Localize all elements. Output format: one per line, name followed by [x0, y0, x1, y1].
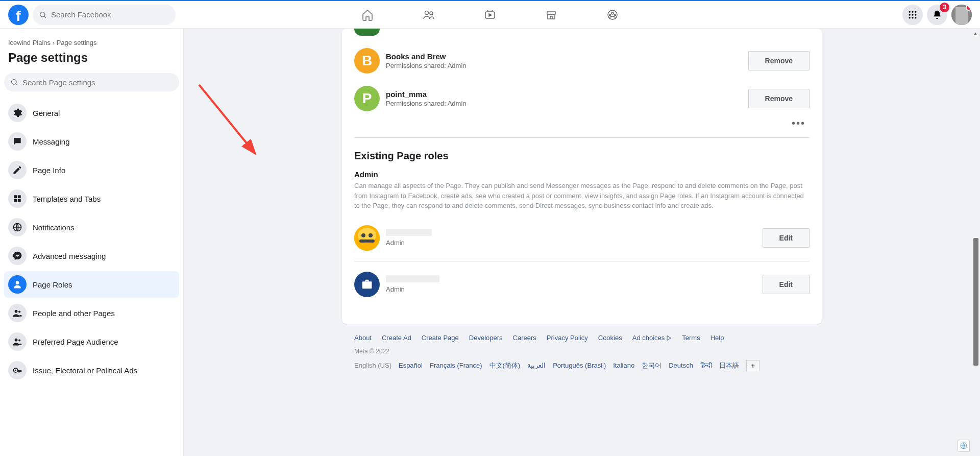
chat-icon: [12, 136, 22, 147]
sidebar-item-page-roles[interactable]: Page Roles: [4, 271, 179, 298]
sidebar-item-label: Page Roles: [33, 280, 72, 289]
globe-corner-icon[interactable]: [958, 440, 970, 452]
app-avatar: P: [354, 86, 380, 111]
settings-search[interactable]: [4, 73, 179, 91]
svg-point-28: [15, 310, 18, 313]
svg-line-35: [199, 85, 255, 154]
more-menu-icon[interactable]: •••: [354, 117, 810, 133]
lang-link[interactable]: Español: [399, 362, 423, 369]
globe-icon: [12, 222, 22, 232]
footer-link[interactable]: Cookies: [598, 334, 622, 342]
lang-more-button[interactable]: +: [746, 360, 760, 371]
sidebar-item-label: Advanced messaging: [33, 252, 106, 260]
notification-badge: 3: [940, 3, 949, 12]
sidebar-item-audience[interactable]: Preferred Page Audience: [4, 328, 179, 355]
edit-button[interactable]: Edit: [763, 228, 810, 248]
footer-link[interactable]: Terms: [682, 334, 700, 342]
people-icon: [12, 308, 22, 318]
lang-link[interactable]: 日本語: [719, 361, 739, 370]
sidebar-item-people[interactable]: People and other Pages: [4, 300, 179, 326]
sidebar-item-label: People and other Pages: [33, 309, 115, 318]
page-title: Page settings: [4, 49, 179, 73]
notifications-button[interactable]: 3: [927, 5, 947, 25]
footer: About Create Ad Create Page Developers C…: [342, 334, 822, 371]
user-role: Admin: [386, 239, 763, 247]
footer-link[interactable]: Developers: [469, 334, 503, 342]
adchoices-icon: [666, 335, 672, 341]
scrollbar-thumb[interactable]: [973, 238, 978, 366]
groups-icon: [606, 9, 619, 21]
sidebar-item-political-ads[interactable]: Issue, Electoral or Political Ads: [4, 357, 179, 383]
svg-point-12: [909, 14, 911, 15]
sidebar-item-general[interactable]: General: [4, 100, 179, 126]
svg-point-14: [915, 14, 916, 15]
sidebar-item-label: Messaging: [33, 137, 70, 146]
footer-link[interactable]: Create Page: [422, 334, 459, 342]
lang-link[interactable]: Deutsch: [669, 362, 693, 369]
messenger-icon: [12, 251, 22, 261]
nav-marketplace[interactable]: [523, 3, 580, 27]
footer-languages: English (US) Español Français (France) 中…: [354, 360, 810, 371]
user-role: Admin: [386, 285, 763, 293]
lang-link[interactable]: العربية: [527, 362, 546, 369]
lang-current: English (US): [354, 362, 391, 369]
svg-rect-38: [359, 239, 375, 243]
facebook-logo[interactable]: f: [8, 5, 29, 25]
sidebar-item-templates[interactable]: Templates and Tabs: [4, 185, 179, 212]
footer-link[interactable]: Careers: [513, 334, 536, 342]
sidebar-item-page-info[interactable]: Page Info: [4, 157, 179, 183]
lang-link[interactable]: Français (France): [430, 362, 482, 369]
lang-link[interactable]: 中文(简体): [489, 361, 521, 370]
lang-link[interactable]: Italiano: [613, 362, 634, 369]
menu-button[interactable]: [902, 5, 923, 25]
footer-link[interactable]: Help: [710, 334, 724, 342]
nav-friends[interactable]: [400, 3, 457, 27]
global-search[interactable]: [33, 5, 176, 25]
breadcrumb-parent[interactable]: Icewind Plains: [8, 39, 51, 46]
admin-row: Admin Edit: [354, 219, 810, 257]
watch-icon: [484, 9, 496, 21]
svg-rect-25: [18, 199, 21, 202]
svg-line-1: [44, 16, 46, 18]
svg-rect-22: [14, 195, 17, 198]
avatar-badge-dot: [966, 5, 972, 11]
account-avatar[interactable]: [951, 5, 972, 25]
divider: [354, 261, 810, 261]
edit-button[interactable]: Edit: [763, 275, 810, 294]
sidebar-item-messaging[interactable]: Messaging: [4, 128, 179, 155]
remove-button[interactable]: Remove: [748, 51, 810, 70]
breadcrumb: Icewind Plains › Page settings: [4, 37, 179, 49]
settings-sidebar: Icewind Plains › Page settings Page sett…: [0, 29, 184, 456]
lang-link[interactable]: Português (Brasil): [553, 362, 606, 369]
bell-icon: [932, 10, 942, 20]
svg-point-17: [915, 17, 916, 18]
breadcrumb-current[interactable]: Page settings: [57, 39, 97, 46]
app-row: P point_mma Permissions shared: Admin Re…: [354, 80, 810, 117]
svg-point-33: [15, 370, 16, 371]
footer-link[interactable]: Privacy Policy: [547, 334, 588, 342]
sidebar-item-advanced-messaging[interactable]: Advanced messaging: [4, 243, 179, 269]
svg-point-8: [615, 14, 616, 15]
lang-link[interactable]: हिन्दी: [700, 362, 712, 370]
svg-point-40: [369, 233, 373, 237]
sidebar-item-notifications[interactable]: Notifications: [4, 214, 179, 241]
nav-watch[interactable]: [461, 3, 519, 27]
lang-link[interactable]: 한국어: [642, 361, 662, 370]
nav-groups[interactable]: [584, 3, 641, 27]
footer-link[interactable]: Ad choices: [632, 334, 672, 342]
nav-home[interactable]: [339, 3, 396, 27]
breadcrumb-sep: ›: [53, 39, 55, 46]
user-avatar: [354, 272, 380, 297]
remove-button[interactable]: Remove: [748, 89, 810, 108]
grid-icon: [908, 10, 918, 20]
svg-point-2: [425, 11, 429, 14]
divider: [354, 137, 810, 138]
scrollbar[interactable]: [974, 29, 978, 456]
footer-link[interactable]: Create Ad: [382, 334, 411, 342]
footer-link[interactable]: About: [354, 334, 372, 342]
home-icon: [361, 9, 374, 21]
svg-point-16: [912, 17, 913, 18]
svg-point-7: [609, 14, 611, 15]
settings-search-input[interactable]: [22, 78, 173, 87]
global-search-input[interactable]: [51, 10, 169, 19]
